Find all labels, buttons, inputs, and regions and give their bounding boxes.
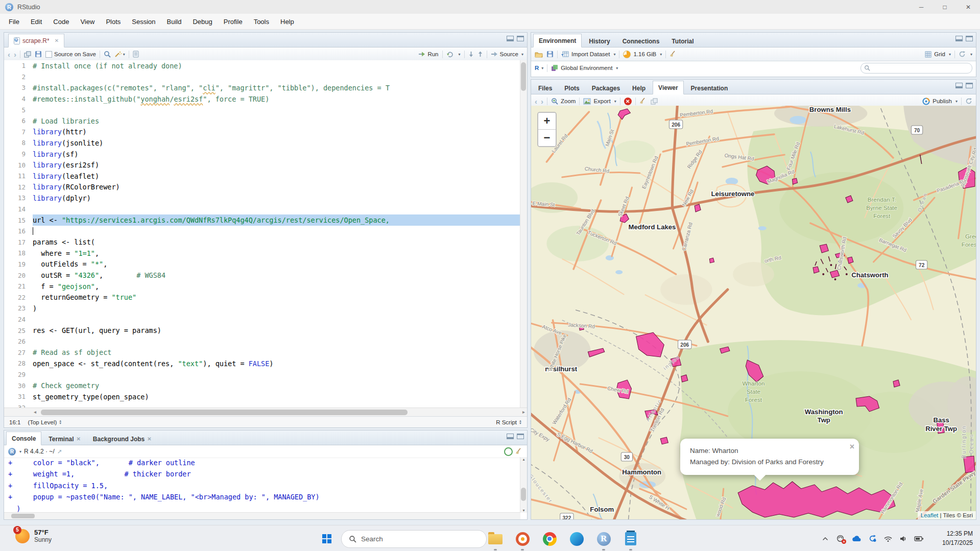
tab-close-icon[interactable]: ✕ (55, 38, 59, 43)
minimize-pane-icon[interactable] (507, 36, 514, 41)
compile-report-icon[interactable] (133, 51, 139, 58)
onedrive-icon[interactable] (851, 535, 862, 542)
chevron-down-icon[interactable]: ▾ (970, 52, 972, 57)
notebook-app-button[interactable] (620, 530, 641, 548)
clear-viewer-icon[interactable] (639, 98, 647, 105)
close-button[interactable]: ✕ (957, 0, 980, 14)
edge-button[interactable] (566, 530, 587, 548)
code-line-23[interactable]: 23) (4, 303, 520, 314)
tab-files[interactable]: Files (533, 82, 557, 94)
tab-plots[interactable]: Plots (559, 82, 584, 94)
code-line-26[interactable]: 26 (4, 336, 520, 347)
file-explorer-button[interactable] (485, 530, 506, 548)
chevron-down-icon[interactable]: ▾ (19, 449, 21, 454)
taskbar-clock[interactable]: 12:35 PM 10/17/2025 (942, 529, 973, 547)
code-line-8[interactable]: 8library(jsonlite) (4, 137, 520, 149)
code-line-16[interactable]: 16 (4, 226, 520, 237)
clear-console-icon[interactable] (515, 448, 523, 455)
console-horizontal-scrollbar[interactable] (4, 512, 520, 519)
menu-view[interactable]: View (75, 14, 100, 29)
minimize-pane-icon[interactable] (955, 83, 963, 88)
menu-file[interactable]: File (3, 14, 25, 29)
menu-plots[interactable]: Plots (100, 14, 126, 29)
tab-close-icon[interactable]: ✕ (76, 436, 80, 442)
code-line-3[interactable]: 3#install.packages(c("remotes", "rlang",… (4, 82, 520, 93)
load-workspace-icon[interactable] (535, 51, 543, 58)
maximize-pane-icon[interactable] (966, 83, 973, 88)
tab-console[interactable]: Console (6, 432, 41, 445)
console-output[interactable]: + color = "black", # darker outline+ wei… (4, 457, 520, 513)
maximize-pane-icon[interactable] (517, 36, 524, 41)
scroll-right-icon[interactable]: ▸ (522, 409, 525, 415)
popup-close-icon[interactable]: × (850, 440, 854, 453)
menu-build[interactable]: Build (161, 14, 187, 29)
code-line-9[interactable]: 9library(sf) (4, 149, 520, 160)
go-to-prev-chunk-icon[interactable] (477, 51, 483, 57)
rstudio-taskbar-button[interactable]: R (593, 530, 614, 548)
tray-chevron-up-icon[interactable] (821, 535, 829, 543)
open-in-window-icon[interactable]: ➚ (57, 448, 62, 455)
code-line-12[interactable]: 12library(RColorBrewer) (4, 182, 520, 193)
tab-presentation[interactable]: Presentation (686, 82, 733, 94)
chevron-down-icon[interactable]: ▾ (459, 52, 461, 57)
audio-muted-icon[interactable]: × (836, 534, 845, 543)
tab-connections[interactable]: Connections (617, 35, 665, 47)
tab-terminal[interactable]: Terminal✕ (43, 433, 86, 445)
scope-selector[interactable]: (Top Level) ▲▼ (28, 419, 62, 425)
r-version-icon[interactable]: R (8, 448, 16, 456)
code-line-24[interactable]: 24 (4, 314, 520, 325)
maximize-pane-icon[interactable] (517, 434, 524, 439)
rerun-icon[interactable] (446, 51, 454, 58)
scroll-left-icon[interactable]: ◂ (34, 409, 36, 415)
tab-tutorial[interactable]: Tutorial (666, 35, 699, 47)
menu-edit[interactable]: Edit (25, 14, 47, 29)
minimize-pane-icon[interactable] (507, 434, 514, 439)
menu-tools[interactable]: Tools (248, 14, 275, 29)
wifi-icon[interactable] (883, 535, 893, 542)
publish-button[interactable]: Publish ▾ (922, 98, 958, 105)
code-line-27[interactable]: 27# Read as sf object (4, 347, 520, 358)
minimize-pane-icon[interactable] (955, 36, 963, 41)
code-line-14[interactable]: 14 (4, 204, 520, 215)
menu-help[interactable]: Help (275, 14, 300, 29)
stop-icon[interactable]: ✕ (624, 98, 632, 105)
popout-icon[interactable] (24, 51, 31, 58)
menu-debug[interactable]: Debug (187, 14, 218, 29)
language-selector[interactable]: R ▾ (535, 65, 543, 71)
menu-code[interactable]: Code (47, 14, 75, 29)
code-line-28[interactable]: 28open_space <- st_read(content(res, "te… (4, 358, 520, 369)
save-icon[interactable] (35, 51, 42, 58)
tab-scrape-r[interactable]: R scrape.R* ✕ (8, 34, 64, 47)
back-icon[interactable]: ‹ (8, 51, 10, 58)
forward-icon[interactable]: › (541, 98, 543, 105)
tab-background-jobs[interactable]: Background Jobs✕ (88, 433, 157, 445)
code-line-17[interactable]: 17params <- list( (4, 237, 520, 248)
go-to-next-chunk-icon[interactable] (468, 51, 474, 57)
code-line-19[interactable]: 19 outFields = "*", (4, 259, 520, 270)
code-line-1[interactable]: 1# Install once (if not already done) (4, 60, 520, 71)
maximize-button[interactable]: □ (933, 0, 957, 14)
editor-horizontal-scrollbar[interactable]: ◂ ▸ (4, 408, 527, 417)
tab-help[interactable]: Help (627, 82, 651, 94)
clear-workspace-icon[interactable] (670, 51, 677, 58)
code-editor[interactable]: 1# Install once (if not already done)23#… (4, 60, 520, 408)
menu-profile[interactable]: Profile (218, 14, 248, 29)
export-button[interactable]: Export ▾ (583, 98, 616, 105)
open-in-new-window-icon[interactable] (651, 98, 658, 105)
editor-vertical-scrollbar[interactable] (520, 60, 527, 408)
environment-search-input[interactable] (861, 63, 972, 74)
code-line-7[interactable]: 7library(httr) (4, 127, 520, 138)
leaflet-map[interactable]: Browns MillsLeisuretowneMedford LakesCha… (531, 106, 976, 519)
refresh-icon[interactable] (959, 51, 966, 58)
code-line-25[interactable]: 25res <- GET(url, query = params) (4, 325, 520, 336)
code-line-5[interactable]: 5 (4, 104, 520, 115)
tab-viewer[interactable]: Viewer (653, 81, 683, 94)
maximize-pane-icon[interactable] (966, 36, 973, 41)
speaker-icon[interactable] (899, 535, 907, 542)
code-line-29[interactable]: 29 (4, 369, 520, 380)
code-tools-menu[interactable]: ▾ (114, 51, 125, 58)
run-button[interactable]: Run (418, 51, 438, 57)
code-line-22[interactable]: 22 returnGeometry = "true" (4, 292, 520, 303)
refresh-icon[interactable] (965, 98, 972, 105)
code-line-15[interactable]: 15url <- "https://services1.arcgis.com/Q… (4, 214, 520, 226)
